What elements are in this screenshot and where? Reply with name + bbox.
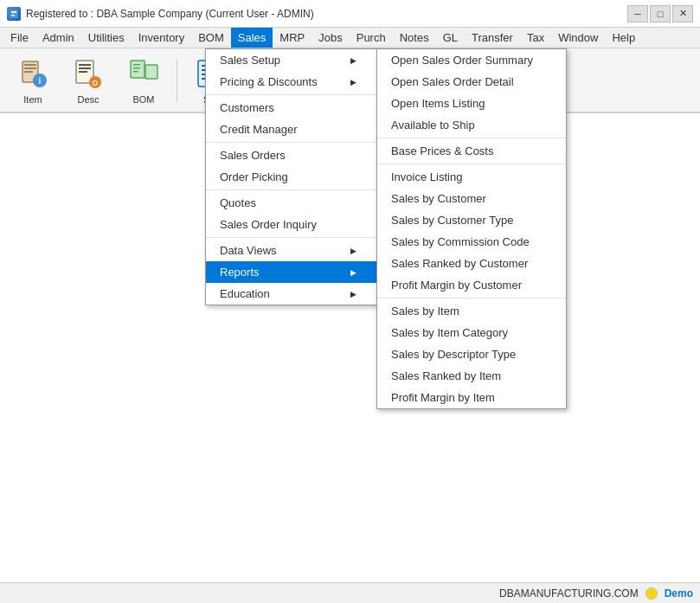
demo-badge: Demo xyxy=(665,587,693,600)
report-item-sales-by-customer[interactable]: Sales by Customer xyxy=(377,188,566,209)
sales-menu-quotes[interactable]: Quotes xyxy=(206,192,377,214)
svg-rect-4 xyxy=(24,64,36,66)
toolbar-label-bom: BOM xyxy=(132,94,154,105)
report-item-sales-ranked-by-item[interactable]: Sales Ranked by Item xyxy=(377,365,566,387)
report-item-base-prices-costs[interactable]: Base Prices & Costs xyxy=(377,140,566,162)
toolbar-label-item: Item xyxy=(23,94,42,105)
svg-rect-0 xyxy=(10,10,18,18)
report-item-open-items-listing[interactable]: Open Items Listing xyxy=(377,93,566,114)
report-item-sales-ranked-by-customer[interactable]: Sales Ranked by Customer xyxy=(377,253,566,274)
submenu-separator xyxy=(377,164,566,164)
menu-item-jobs[interactable]: Jobs xyxy=(311,28,349,48)
menu-item-gl[interactable]: GL xyxy=(436,28,465,48)
svg-rect-18 xyxy=(133,64,140,66)
title-bar-controls: ─ □ ✕ xyxy=(627,5,693,22)
minimize-button[interactable]: ─ xyxy=(627,5,648,22)
sales-menu-credit-manager[interactable]: Credit Manager xyxy=(206,119,377,140)
sales-menu-reports[interactable]: Reports xyxy=(206,261,377,283)
svg-rect-12 xyxy=(79,71,87,73)
menu-item-sales[interactable]: Sales xyxy=(231,28,273,48)
menu-item-utilities[interactable]: Utilities xyxy=(81,28,132,48)
svg-text:D: D xyxy=(93,79,99,87)
svg-rect-5 xyxy=(24,67,36,69)
report-item-sales-by-item-category[interactable]: Sales by Item Category xyxy=(377,322,566,343)
status-right: DBAMANUFACTURING.COM Demo xyxy=(492,587,693,600)
report-item-invoice-listing[interactable]: Invoice Listing xyxy=(377,166,566,188)
menu-item-file[interactable]: File xyxy=(3,28,35,48)
menu-item-tax[interactable]: Tax xyxy=(520,28,551,48)
title-bar-text: Registered to : DBA Sample Company (Curr… xyxy=(26,8,314,20)
sales-menu-customers[interactable]: Customers xyxy=(206,97,377,119)
report-item-sales-by-descriptor-type[interactable]: Sales by Descriptor Type xyxy=(377,343,566,365)
submenu-separator xyxy=(377,138,566,138)
menu-item-purch[interactable]: Purch xyxy=(350,28,393,48)
toolbar-label-desc: Desc xyxy=(77,94,99,105)
toolbar-btn-item[interactable]: i Item xyxy=(7,52,59,108)
menu-item-inventory[interactable]: Inventory xyxy=(132,28,191,48)
maximize-button[interactable]: □ xyxy=(650,5,671,22)
svg-rect-1 xyxy=(11,11,16,13)
svg-rect-11 xyxy=(79,67,91,69)
menu-separator xyxy=(206,142,377,143)
toolbar-btn-bom[interactable]: BOM xyxy=(118,52,170,108)
report-item-available-to-ship[interactable]: Available to Ship xyxy=(377,114,566,136)
app-icon xyxy=(7,7,21,21)
menu-bar: FileAdminUtilitiesInventoryBOMSalesMRPJo… xyxy=(0,28,700,48)
desc-icon: D xyxy=(71,56,106,91)
svg-rect-20 xyxy=(133,71,138,73)
toolbar-separator xyxy=(177,59,177,102)
svg-rect-19 xyxy=(133,67,140,69)
report-item-sales-by-item[interactable]: Sales by Item xyxy=(377,300,566,322)
menu-item-window[interactable]: Window xyxy=(551,28,605,48)
sales-menu-education[interactable]: Education xyxy=(206,283,377,305)
sales-menu-data-views[interactable]: Data Views xyxy=(206,240,377,261)
bom-icon xyxy=(126,56,161,91)
title-bar: Registered to : DBA Sample Company (Curr… xyxy=(0,0,700,28)
report-item-profit-margin-by-customer[interactable]: Profit Margin by Customer xyxy=(377,274,566,296)
sales-dropdown: Sales SetupPricing & DiscountsCustomersC… xyxy=(205,48,378,305)
website-text: DBAMANUFACTURING.COM xyxy=(499,587,639,600)
report-item-sales-by-commission-code[interactable]: Sales by Commission Code xyxy=(377,231,566,253)
report-item-open-so-summary[interactable]: Open Sales Order Summary xyxy=(377,49,566,71)
svg-text:i: i xyxy=(39,76,42,86)
menu-separator xyxy=(206,94,377,95)
report-item-sales-by-customer-type[interactable]: Sales by Customer Type xyxy=(377,209,566,231)
svg-rect-6 xyxy=(24,71,33,73)
menu-separator xyxy=(206,189,377,190)
menu-item-admin[interactable]: Admin xyxy=(35,28,81,48)
menu-item-mrp[interactable]: MRP xyxy=(273,28,311,48)
sales-menu-order-picking[interactable]: Order Picking xyxy=(206,166,377,188)
toolbar-btn-desc[interactable]: D Desc xyxy=(62,52,114,108)
sales-menu-sales-setup[interactable]: Sales Setup xyxy=(206,49,377,71)
svg-rect-16 xyxy=(145,65,157,79)
submenu-separator xyxy=(377,298,566,298)
item-icon: i xyxy=(16,56,50,91)
menu-item-notes[interactable]: Notes xyxy=(393,28,436,48)
bulb-icon xyxy=(645,587,658,600)
svg-rect-10 xyxy=(79,64,91,66)
menu-item-bom[interactable]: BOM xyxy=(191,28,231,48)
status-bar: DBAMANUFACTURING.COM Demo xyxy=(0,582,700,603)
reports-submenu: Open Sales Order SummaryOpen Sales Order… xyxy=(376,48,567,409)
report-item-open-so-detail[interactable]: Open Sales Order Detail xyxy=(377,71,566,93)
sales-menu-sales-orders[interactable]: Sales Orders xyxy=(206,144,377,166)
svg-rect-2 xyxy=(11,15,15,16)
svg-rect-15 xyxy=(131,61,144,78)
report-item-profit-margin-by-item[interactable]: Profit Margin by Item xyxy=(377,387,566,408)
title-bar-left: Registered to : DBA Sample Company (Curr… xyxy=(7,7,314,21)
sales-menu-pricing-discounts[interactable]: Pricing & Discounts xyxy=(206,71,377,93)
menu-item-transfer[interactable]: Transfer xyxy=(465,28,520,48)
close-button[interactable]: ✕ xyxy=(672,5,693,22)
menu-separator xyxy=(206,237,377,238)
menu-item-help[interactable]: Help xyxy=(605,28,642,48)
sales-menu-sales-order-inquiry[interactable]: Sales Order Inquiry xyxy=(206,214,377,235)
